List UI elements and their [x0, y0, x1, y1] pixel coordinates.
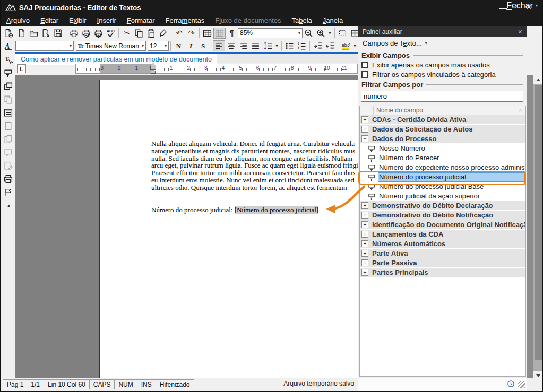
copy-button[interactable]: [133, 28, 145, 39]
line-spacing-button[interactable]: [262, 40, 274, 51]
spell-check-button[interactable]: [105, 28, 117, 39]
print-settings-button[interactable]: [92, 28, 105, 39]
field-category-selector[interactable]: Campos de Texto... ▾: [358, 37, 527, 49]
underline-button[interactable]: S: [197, 40, 209, 51]
tree-row[interactable]: + Demonstrativo do Débito Declaração: [360, 201, 525, 211]
scroll-up-button[interactable]: [533, 75, 543, 84]
highlight-dropdown-icon[interactable]: ▾: [352, 43, 358, 48]
paragraph-marks-button[interactable]: ¶: [226, 28, 238, 39]
zoom-level-combobox[interactable]: 85% ▾: [238, 28, 303, 38]
hyphenation-indicator[interactable]: Hifenizado: [156, 379, 194, 389]
panel-close-icon[interactable]: ×: [518, 28, 522, 36]
tree-row[interactable]: + Demonstrativo do Débito Notificação: [360, 211, 525, 220]
expand-toggle-icon[interactable]: +: [361, 202, 368, 209]
checkbox-unchecked[interactable]: [361, 62, 368, 68]
expand-toggle-icon[interactable]: +: [361, 116, 368, 123]
print-button[interactable]: [68, 28, 80, 39]
scrollbar-thumb[interactable]: [535, 85, 542, 360]
zoom-dropdown-icon[interactable]: ▾: [327, 31, 333, 36]
expand-toggle-icon[interactable]: −: [361, 135, 368, 142]
justify-button[interactable]: [249, 40, 262, 51]
tree-row[interactable]: + Parte Passiva: [360, 258, 525, 268]
tree-row[interactable]: Número judicial da ação superior: [360, 191, 525, 201]
menu-item[interactable]: Tabela: [287, 15, 317, 25]
ins-indicator[interactable]: INS: [137, 379, 156, 389]
tree-row[interactable]: Número do expediente nosso processo admi…: [360, 163, 525, 172]
checkbox-unchecked[interactable]: [361, 71, 368, 78]
save-button[interactable]: [52, 28, 64, 39]
insert-field-button[interactable]: [2, 67, 14, 79]
paste-button[interactable]: [145, 28, 157, 39]
list-column-header[interactable]: Nome do campo △: [360, 106, 525, 115]
tree-row[interactable]: + Identificação do Documento Original No…: [360, 220, 525, 230]
expand-toggle-icon[interactable]: +: [361, 231, 368, 238]
new-document-button[interactable]: [15, 28, 28, 39]
caps-indicator[interactable]: CAPS: [89, 379, 115, 389]
collapse-left-icon[interactable]: ◂: [2, 200, 14, 211]
redo-button[interactable]: ↷: [185, 28, 197, 39]
menu-item[interactable]: Fluxo de documentos: [210, 15, 286, 25]
line-spacing-dropdown-icon[interactable]: ▾: [274, 43, 280, 48]
align-right-button[interactable]: [237, 40, 249, 51]
menu-item[interactable]: Exibir: [64, 15, 92, 25]
sort-ascending-icon[interactable]: △: [519, 108, 522, 113]
new-from-model-button[interactable]: [2, 28, 14, 39]
checkbox-row[interactable]: Filtrar os campos vinculados à categoria: [361, 71, 523, 79]
font-size-combobox[interactable]: 12 ▾: [148, 41, 169, 51]
selection-frame-button[interactable]: [337, 28, 349, 39]
vertical-scrollbar[interactable]: [533, 75, 543, 380]
decrease-indent-button[interactable]: [324, 40, 336, 51]
resize-grip[interactable]: [518, 381, 525, 388]
open-folder-button[interactable]: [28, 28, 40, 39]
list-view-button[interactable]: [2, 107, 14, 118]
style-combobox[interactable]: ▾: [15, 41, 74, 51]
zoom-out-button[interactable]: [303, 28, 315, 39]
expand-toggle-icon[interactable]: +: [361, 250, 368, 257]
italic-button[interactable]: I: [185, 40, 197, 51]
tree-row[interactable]: + Parte Ativa: [360, 249, 525, 258]
tree-row[interactable]: Número do Parecer: [360, 153, 525, 163]
flag-marker-button[interactable]: [2, 187, 14, 198]
print-document-button[interactable]: [2, 173, 14, 185]
num-indicator[interactable]: NUM: [114, 379, 137, 389]
tab-stop-type-button[interactable]: L: [17, 64, 26, 73]
menu-item[interactable]: Formatar: [122, 15, 160, 25]
menu-close[interactable]: Fechar ▾: [506, 0, 538, 11]
increase-indent-button[interactable]: [312, 40, 324, 51]
font-combobox[interactable]: Tr Times New Roman ▾: [76, 41, 146, 51]
document-tab[interactable]: Como aplicar e remover partículas em um …: [15, 54, 217, 65]
tree-row[interactable]: Nosso Número: [360, 144, 525, 153]
cut-button[interactable]: ✂: [120, 28, 133, 39]
tree-row[interactable]: + Dados da Solicitação de Autos: [360, 125, 525, 134]
menu-item[interactable]: Inserir: [92, 15, 122, 25]
menu-item[interactable]: Ferramentas: [160, 15, 210, 25]
expand-toggle-icon[interactable]: +: [361, 269, 368, 276]
menu-item[interactable]: Janela: [317, 15, 348, 25]
checkbox-row[interactable]: Exibir apenas os campos mais usados: [361, 61, 523, 69]
tree-row[interactable]: + Partes Principais: [360, 268, 525, 277]
align-center-button[interactable]: [225, 40, 237, 51]
import-template-button[interactable]: [40, 28, 52, 39]
expand-toggle-icon[interactable]: +: [361, 126, 368, 133]
print-envelope-button[interactable]: [80, 28, 92, 39]
insert-text-click-button[interactable]: [2, 54, 14, 65]
tree-row[interactable]: + CDAs - Certidão Dívida Ativa: [360, 115, 525, 125]
cascade-windows-button[interactable]: [2, 81, 14, 92]
expand-toggle-icon[interactable]: +: [361, 221, 368, 228]
undo-button[interactable]: ↶: [173, 28, 185, 39]
align-left-button[interactable]: [213, 40, 225, 51]
tree-row[interactable]: + Números Automáticos: [360, 239, 525, 249]
panel-header[interactable]: Painel auxiliar ×: [358, 26, 527, 37]
zoom-in-button[interactable]: [315, 28, 327, 39]
menu-item[interactable]: Arquivo: [1, 15, 35, 25]
tree-row[interactable]: Número do processo judicial Base: [360, 182, 525, 191]
inserted-field-value[interactable]: [Número do processo judicial]: [235, 206, 318, 214]
styles-button[interactable]: [2, 41, 14, 52]
expand-toggle-icon[interactable]: +: [361, 212, 368, 219]
bullet-list-button[interactable]: [283, 40, 296, 51]
insert-table-button[interactable]: [201, 28, 213, 39]
highlight-color-button[interactable]: [340, 40, 352, 51]
format-painter-button[interactable]: [157, 28, 169, 39]
expand-toggle-icon[interactable]: +: [361, 259, 368, 266]
menu-item[interactable]: Editar: [35, 15, 64, 25]
